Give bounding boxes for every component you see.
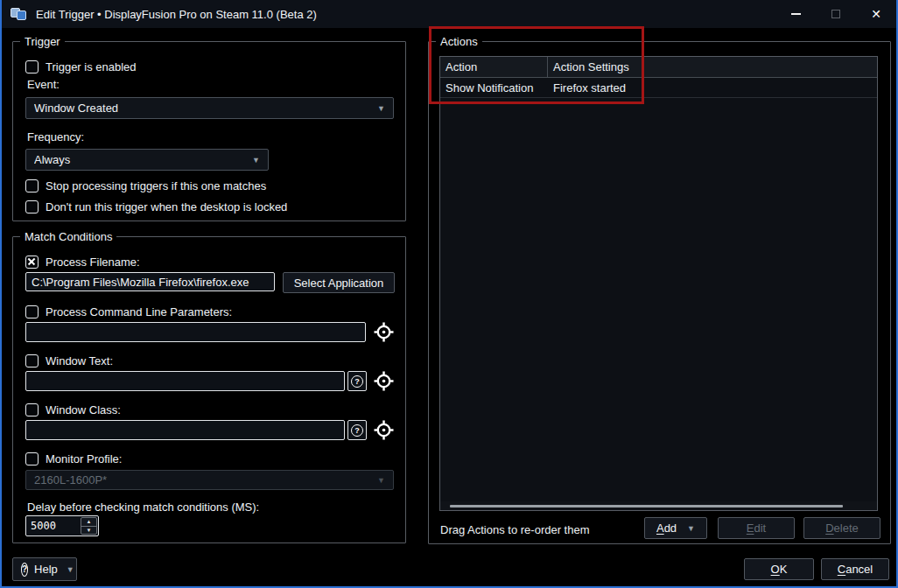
delay-input[interactable] (26, 516, 80, 536)
checkbox-box[interactable] (25, 179, 39, 192)
checkbox-box[interactable] (25, 403, 39, 416)
spinner-up-icon[interactable]: ▲ (81, 518, 96, 527)
monitor-profile-checkbox[interactable]: Monitor Profile: (25, 452, 122, 466)
frequency-label: Frequency: (27, 130, 84, 144)
add-button-label: Add (656, 522, 677, 535)
checkbox-box[interactable] (25, 354, 39, 368)
cancel-button[interactable]: Cancel (821, 558, 889, 580)
checkbox-label: Process Command Line Parameters: (46, 305, 232, 318)
checkbox-label: Don't run this trigger when the desktop … (46, 200, 287, 214)
dont-run-locked-checkbox[interactable]: Don't run this trigger when the desktop … (25, 200, 287, 214)
checkbox-box[interactable] (25, 60, 39, 74)
checkbox-label: Trigger is enabled (46, 60, 137, 74)
checkbox-box[interactable] (25, 200, 39, 214)
event-dropdown[interactable]: Window Created ▼ (25, 97, 394, 119)
process-filename-input[interactable] (25, 272, 275, 291)
cmdline-checkbox[interactable]: Process Command Line Parameters: (25, 304, 232, 318)
chevron-down-icon: ▼ (687, 524, 695, 533)
close-button[interactable]: ✕ (856, 0, 896, 28)
minimize-button[interactable] (775, 0, 816, 28)
checkbox-box[interactable] (25, 305, 39, 318)
window-text-checkbox[interactable]: Window Text: (25, 354, 113, 368)
checkbox-box-checked[interactable] (25, 256, 39, 269)
frequency-dropdown[interactable]: Always ▼ (25, 149, 269, 171)
cmdline-input[interactable] (25, 322, 366, 342)
checkbox-label: Monitor Profile: (46, 452, 122, 466)
trigger-group-title: Trigger (20, 34, 65, 49)
maximize-icon (831, 10, 840, 18)
ok-button[interactable]: OK (744, 558, 814, 580)
delay-label: Delay before checking match conditions (… (27, 500, 259, 514)
help-icon: ? (21, 563, 28, 577)
edit-trigger-dialog: Edit Trigger • DisplayFusion Pro on Stea… (0, 0, 898, 588)
chevron-down-icon: ▼ (67, 565, 74, 574)
help-button-label: Help (34, 563, 58, 576)
actions-listview[interactable]: Action Action Settings Show Notification… (439, 56, 878, 511)
chevron-down-icon: ▼ (377, 476, 385, 485)
monitor-profile-dropdown: 2160L-1600P* ▼ (25, 470, 394, 490)
event-dropdown-value: Window Created (34, 102, 377, 115)
delete-button[interactable]: Delete (803, 517, 880, 539)
trigger-enabled-checkbox[interactable]: Trigger is enabled (25, 60, 137, 74)
spinner-buttons[interactable]: ▲ ▼ (81, 517, 97, 535)
window-text-input[interactable] (25, 371, 345, 391)
horizontal-scrollbar[interactable] (440, 501, 877, 510)
target-picker-icon[interactable] (374, 322, 394, 342)
checkbox-box[interactable] (25, 452, 39, 466)
select-application-button[interactable]: Select Application (283, 272, 395, 293)
match-conditions-groupbox: Match Conditions Process Filename: Selec… (12, 236, 406, 543)
process-filename-checkbox[interactable]: Process Filename: (25, 255, 140, 269)
question-icon: ? (351, 375, 363, 388)
checkbox-label: Window Class: (46, 403, 121, 416)
actions-groupbox: Actions Action Action Settings Show Noti… (428, 41, 891, 544)
drag-actions-hint: Drag Actions to re-order them (440, 523, 590, 537)
ok-button-label: OK (771, 563, 788, 576)
titlebar: Edit Trigger • DisplayFusion Pro on Stea… (2, 0, 896, 28)
window-text-help-button[interactable]: ? (347, 371, 367, 391)
help-button[interactable]: ? Help ▼ (12, 557, 77, 581)
stop-processing-checkbox[interactable]: Stop processing triggers if this one mat… (25, 178, 266, 192)
edit-button-label: Edit (747, 522, 766, 535)
target-picker-icon[interactable] (374, 371, 394, 391)
frequency-dropdown-value: Always (34, 153, 252, 166)
question-icon: ? (351, 424, 363, 437)
target-picker-icon[interactable] (374, 420, 394, 440)
horizontal-scrollbar-thumb[interactable] (450, 505, 843, 508)
spinner-down-icon[interactable]: ▼ (81, 527, 96, 535)
add-button[interactable]: Add ▼ (644, 517, 707, 539)
select-application-label: Select Application (294, 276, 384, 290)
monitor-profile-value: 2160L-1600P* (34, 473, 377, 486)
maximize-button[interactable] (816, 0, 856, 28)
window-class-help-button[interactable]: ? (347, 420, 367, 440)
chevron-down-icon: ▼ (377, 104, 385, 113)
displayfusion-app-icon (11, 6, 28, 22)
checkbox-label: Window Text: (46, 354, 113, 368)
checkbox-label: Process Filename: (46, 256, 140, 269)
annotation-red-rectangle (429, 26, 644, 104)
window-class-input[interactable] (25, 420, 345, 440)
minimize-icon (791, 13, 801, 15)
trigger-groupbox: Trigger Trigger is enabled Event: Window… (12, 41, 406, 221)
cancel-button-label: Cancel (838, 563, 873, 576)
event-label: Event: (27, 78, 60, 92)
checkbox-label: Stop processing triggers if this one mat… (46, 179, 266, 192)
chevron-down-icon: ▼ (252, 156, 260, 164)
delete-button-label: Delete (825, 522, 859, 535)
match-conditions-group-title: Match Conditions (20, 229, 116, 244)
window-class-checkbox[interactable]: Window Class: (25, 402, 121, 416)
delay-spinner[interactable]: ▲ ▼ (25, 515, 99, 536)
edit-button[interactable]: Edit (718, 517, 795, 539)
window-title: Edit Trigger • DisplayFusion Pro on Stea… (36, 8, 317, 21)
